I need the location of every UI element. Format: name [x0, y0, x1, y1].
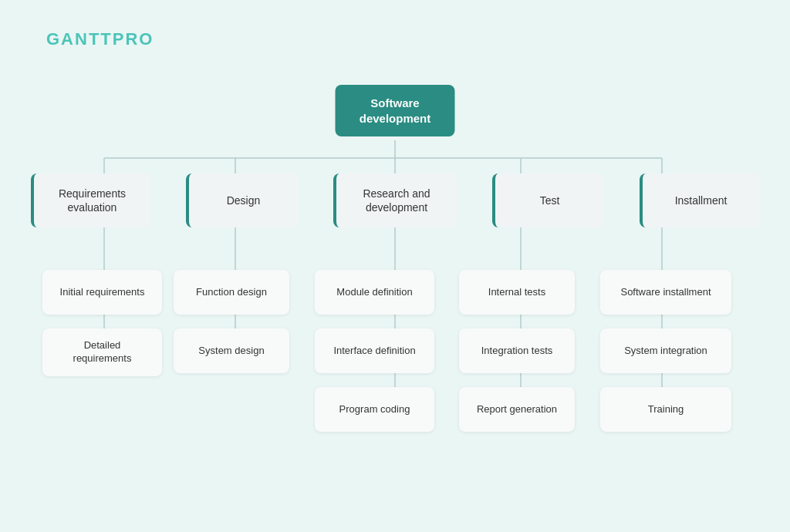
level2-system-design: System design [174, 328, 289, 373]
level2-function-design: Function design [174, 270, 289, 315]
level1-design: Design [186, 173, 298, 227]
page: GANTTPRO [0, 0, 790, 532]
level2-install-col: Software installment System integration … [600, 270, 731, 432]
level1-design-label: Design [227, 194, 261, 207]
level1-container: Requirementsevaluation Design Research a… [31, 173, 759, 227]
level2-integration-tests: Integration tests [459, 328, 575, 373]
level1-requirements: Requirementsevaluation [31, 173, 150, 227]
level1-research-label: Research anddevelopment [363, 187, 430, 214]
level1-requirements-label: Requirementsevaluation [59, 187, 126, 214]
level2-training: Training [600, 387, 731, 432]
chart-area: Software development Requirementsevaluat… [31, 85, 759, 517]
level1-test-label: Test [540, 194, 560, 207]
level1-research: Research anddevelopment [333, 173, 457, 227]
level2-test-col: Internal tests Integration tests Report … [459, 270, 575, 432]
level2-req-col: Initial requirements Detailedrequirement… [42, 270, 162, 376]
level2-program-coding: Program coding [315, 387, 434, 432]
level2-internal-tests: Internal tests [459, 270, 575, 315]
root-node: Software development [336, 85, 455, 136]
level1-installment-label: Installment [675, 194, 728, 207]
level2-initial-req: Initial requirements [42, 270, 162, 315]
logo: GANTTPRO [46, 29, 154, 49]
level2-software-install: Software installment [600, 270, 731, 315]
root-label: Software development [360, 96, 431, 125]
level2-interface-def: Interface definition [315, 328, 434, 373]
level1-installment: Installment [640, 173, 759, 227]
level2-detailed-req: Detailedrequirements [42, 328, 162, 376]
level2-report-gen: Report generation [459, 387, 575, 432]
level2-system-integration: System integration [600, 328, 731, 373]
level2-design-col: Function design System design [174, 270, 289, 373]
level2-module-def: Module definition [315, 270, 434, 315]
level1-test: Test [492, 173, 604, 227]
level2-research-col: Module definition Interface definition P… [315, 270, 434, 432]
